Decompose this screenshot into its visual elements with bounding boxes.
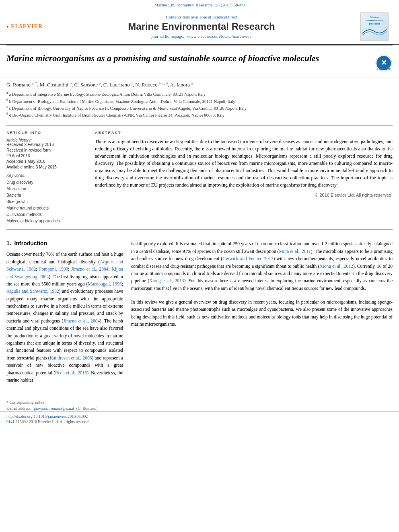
affiliations: a a Department of Integrative Marine Eco… [6, 90, 393, 118]
ref-gerwick-2013[interactable]: Gerwick and Fenner, 2013 [222, 256, 273, 261]
ref-kathiresan-2008[interactable]: Kathiresan et al., 2008 [50, 355, 92, 360]
journal-ref-text: Marine Environmental Research 128 (2017)… [154, 2, 245, 7]
journal-mini-logo-container: Marine Environmental Research [360, 12, 393, 41]
article-info-panel: ARTICLE INFO Article history: Received 2… [6, 131, 87, 224]
sciencedirect-link[interactable]: ScienceDirect [212, 14, 237, 19]
keywords-label: Keywords: [6, 173, 87, 178]
keyword-bacteria: Bacteria [6, 192, 87, 199]
abstract-section-title: ABSTRACT [95, 131, 393, 135]
elsevier-brand-text: ELSEVIER [11, 23, 43, 30]
email-line: E-mail address: giovanna.romano@szn.it (… [6, 405, 123, 411]
ref-argulis-1982b[interactable]: Argulis and Schwartz, 1982 [6, 289, 59, 294]
corresponding-author-note: * Corresponding author. [6, 399, 123, 405]
elsevier-logo-box: ELSEVIER [6, 14, 43, 39]
journal-homepage-line: journal homepage: www.elsevier.com/locat… [43, 34, 360, 39]
main-content: 1. Introduction Oceans cover nearly 70% … [0, 234, 399, 411]
keyword-drug-discovery: Drug discovery [6, 179, 87, 186]
keyword-molecular-biology: Molecular biology approaches [6, 218, 87, 224]
svg-point-5 [7, 26, 7, 27]
journal-mini-logo: Marine Environmental Research [360, 12, 389, 41]
ref-jimeno-2004b[interactable]: Jimeno et al., 2004 [63, 318, 100, 323]
ref-mora-2011[interactable]: Mora et al., 2011 [279, 249, 311, 254]
svg-text:CrossMark: CrossMark [377, 68, 391, 70]
ref-jimeno-2004[interactable]: Jimeno et al., 2004 [71, 267, 108, 271]
history-label: Article history: [6, 138, 87, 142]
contents-text: Contents lists available at [166, 14, 211, 19]
elsevier-tree-icon [6, 16, 8, 38]
affil-d: d d Bio-Organic Chemistry Unit, Institut… [6, 111, 393, 118]
keyword-marine-natural: Marine natural products [6, 205, 87, 212]
crossmark-badge: ✕ CrossMark [375, 54, 393, 74]
ref-reen-2015[interactable]: Reen et al., 2015 [55, 370, 87, 375]
left-column: 1. Introduction Oceans cover nearly 70% … [6, 240, 123, 411]
journal-reference: Marine Environmental Research 128 (2017)… [0, 0, 399, 9]
author-email-link[interactable]: giovanna.romano@szn.it [34, 406, 74, 411]
received-date: Received 2 February 2016 [6, 142, 87, 147]
article-title-section: Marine microorganisms as a promising and… [0, 45, 399, 78]
homepage-label: journal homepage: [151, 34, 184, 39]
keyword-microalgae: Microalgae [6, 186, 87, 192]
doi-url[interactable]: http://dx.doi.org/10.1016/j.marenvres.20… [6, 414, 88, 419]
authors-section: G. Romano a, *, M. Costantini b, C. Sans… [0, 78, 399, 121]
ref-xiong-2013[interactable]: Xiong et al., 2013 [149, 278, 184, 283]
ref-xiong-2012[interactable]: Xiong et al., 2012 [319, 264, 353, 269]
keywords-section: Keywords: Drug discovery Microalgae Bact… [6, 173, 87, 224]
intro-right-paragraph1: is still poorly explored. It is estimate… [131, 240, 393, 292]
doi-section: http://dx.doi.org/10.1016/j.marenvres.20… [0, 411, 399, 426]
intro-heading: 1. Introduction [6, 240, 123, 246]
affil-b: b b Department of Biology and Evolution … [6, 98, 393, 105]
article-title: Marine microorganisms as a promising and… [6, 53, 319, 64]
footnote-section: * Corresponding author. E-mail address: … [6, 396, 123, 411]
ref-pomponi-1999[interactable]: Pomponi, 1999 [39, 267, 68, 271]
revised-date: 29 April 2016 [6, 154, 87, 158]
keyword-blue-growth: Blue growth [6, 199, 87, 205]
authors-text: G. Romano a, *, M. Costantini b, C. Sans… [6, 82, 193, 88]
contents-list-line: Contents lists available at ScienceDirec… [43, 14, 360, 19]
abstract-text: There is an urgent need to discover new … [95, 138, 393, 189]
crossmark-icon: ✕ CrossMark [375, 54, 393, 72]
affil-c: c c Department of Biology, University of… [6, 105, 393, 111]
intro-right-paragraph2: In this review we give a general overvie… [131, 298, 393, 328]
homepage-url[interactable]: www.elsevier.com/locate/marenvrev [187, 34, 252, 39]
journal-header-center: Contents lists available at ScienceDirec… [43, 14, 360, 39]
intro-left-paragraph: Oceans cover nearly 70% of the earth sur… [6, 251, 123, 384]
elsevier-logo-container: ELSEVIER [6, 14, 43, 39]
svg-text:✕: ✕ [381, 59, 387, 67]
ref-macdougall-1996[interactable]: Macdougall, 1996 [88, 281, 121, 286]
accepted-date: Accepted 1 May 2016 [6, 159, 87, 164]
abstract-copyright: © 2016 Elsevier Ltd. All rights reserved… [95, 193, 393, 197]
revised-label: Received in revised form [6, 148, 87, 152]
article-info-abstract-section: ARTICLE INFO Article history: Received 2… [6, 125, 393, 230]
authors-line: G. Romano a, *, M. Costantini b, C. Sans… [6, 81, 393, 88]
online-date: Available online 3 May 2016 [6, 165, 87, 169]
article-info-title: ARTICLE INFO [6, 131, 87, 135]
doi-link: http://dx.doi.org/10.1016/j.marenvres.20… [6, 414, 393, 419]
issn-text: 0141-1136/© 2016 Elsevier Ltd. All right… [6, 419, 393, 424]
journal-header: ELSEVIER Contents lists available at Sci… [0, 9, 399, 45]
affil-a: a a Department of Integrative Marine Eco… [6, 90, 393, 97]
keyword-cultivation: Cultivation methods [6, 212, 87, 218]
journal-title: Marine Environmental Research [43, 21, 360, 32]
right-column: is still poorly explored. It is estimate… [131, 240, 393, 411]
abstract-panel: ABSTRACT There is an urgent need to disc… [95, 131, 393, 224]
